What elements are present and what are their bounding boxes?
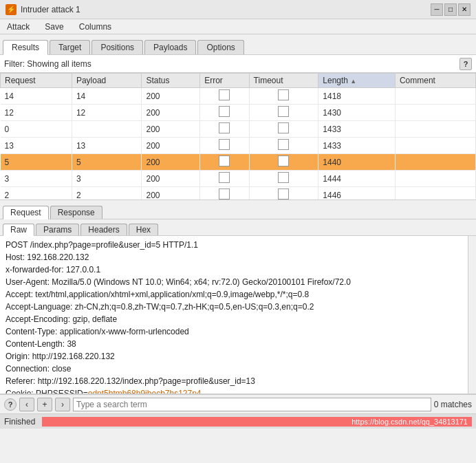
table-row[interactable]: 332001444 [1,171,476,187]
maximize-button[interactable]: □ [444,3,457,16]
results-table: Request Payload Status Error Timeout Len… [0,73,476,200]
request-scrollbar[interactable] [468,236,476,394]
checkbox[interactable] [219,89,230,100]
cell-comment [395,171,475,187]
checkbox[interactable] [278,106,289,117]
cell-payload: 13 [72,138,142,154]
menu-columns[interactable]: Columns [75,21,116,32]
next-button[interactable]: › [55,398,70,411]
req-line-11: Connection: close [6,363,470,375]
cell-request: 5 [1,154,72,171]
table-row[interactable]: 02001433 [1,121,476,138]
cell-request: 2 [1,187,72,201]
inner-tab-headers[interactable]: Headers [80,224,127,235]
checkbox[interactable] [278,89,289,100]
window-title: Intruder attack 1 [21,5,80,14]
req-line-8: Content-Type: application/x-www-form-url… [6,325,470,338]
filter-help-button[interactable]: ? [459,58,472,70]
req-line-12: Referer: http://192.168.220.132/index.ph… [6,375,470,387]
inner-tab-params[interactable]: Params [36,224,79,235]
cell-request: 13 [1,138,72,154]
table-row[interactable]: 13132001433 [1,138,476,154]
window-controls: ─ □ ✕ [431,3,470,16]
cell-request: 3 [1,171,72,187]
req-line-13: Cookie: PHPSESSID=odnt5btmb68h9ibecb7hs1… [6,387,470,394]
cell-status: 200 [142,171,200,187]
title-bar: ⚡ Intruder attack 1 ─ □ ✕ [0,0,476,19]
help-button[interactable]: ? [4,398,17,411]
prev-button[interactable]: ‹ [19,398,34,411]
col-comment[interactable]: Comment [395,74,475,88]
cell-length: 1446 [318,187,396,201]
cell-comment [395,88,475,105]
checkbox[interactable] [278,172,289,183]
cell-length: 1430 [318,105,396,121]
cell-status: 200 [142,88,200,105]
tab-payloads[interactable]: Payloads [144,40,196,54]
tab-options[interactable]: Options [197,40,244,54]
cell-comment [395,138,475,154]
cell-request: 14 [1,88,72,105]
match-count: 0 matches [434,400,472,409]
checkbox[interactable] [219,139,230,150]
cell-status: 200 [142,105,200,121]
inner-tab-hex[interactable]: Hex [129,224,158,235]
checkbox[interactable] [278,122,289,133]
bottom-bar: ? ‹ + › 0 matches [0,394,476,413]
col-timeout[interactable]: Timeout [249,74,318,88]
app-icon: ⚡ [6,4,17,15]
main-tabs: Results Target Positions Payloads Option… [0,34,476,55]
col-error[interactable]: Error [200,74,249,88]
cell-length: 1418 [318,88,396,105]
minimize-button[interactable]: ─ [431,3,443,16]
col-payload[interactable]: Payload [72,74,142,88]
req-line-2: Host: 192.168.220.132 [6,251,470,263]
cell-length: 1433 [318,121,396,138]
checkbox[interactable] [219,189,230,200]
cell-status: 200 [142,121,200,138]
req-line-1: POST /index.php?page=profile&user_id=5 H… [6,239,470,251]
req-line-9: Content-Length: 38 [6,338,470,350]
table-row[interactable]: 552001440 [1,154,476,171]
table-row[interactable]: 12122001430 [1,105,476,121]
inner-tabs: Raw Params Headers Hex [0,219,476,236]
col-request[interactable]: Request [1,74,72,88]
checkbox[interactable] [219,155,230,166]
cell-request: 0 [1,121,72,138]
cell-status: 200 [142,187,200,201]
cell-payload: 2 [72,187,142,201]
status-bar: Finished https://blog.csdn.net/qq_348131… [0,413,476,429]
checkbox[interactable] [219,106,230,117]
tab-response[interactable]: Response [50,206,102,219]
tab-target[interactable]: Target [50,40,90,54]
request-body: POST /index.php?page=profile&user_id=5 H… [0,236,476,394]
cell-payload: 5 [72,154,142,171]
menu-save[interactable]: Save [41,21,67,32]
close-button[interactable]: ✕ [458,3,470,16]
table-row[interactable]: 222001446 [1,187,476,201]
col-length[interactable]: Length ▲ [318,74,396,88]
col-status[interactable]: Status [142,74,200,88]
checkbox[interactable] [278,189,289,200]
tab-results[interactable]: Results [3,40,48,55]
cell-payload [72,121,142,138]
req-line-4: User-Agent: Mozilla/5.0 (Windows NT 10.0… [6,276,470,288]
tab-positions[interactable]: Positions [91,40,143,54]
menu-attack[interactable]: Attack [3,21,34,32]
cell-length: 1433 [318,138,396,154]
checkbox[interactable] [278,155,289,166]
cell-comment [395,105,475,121]
cell-status: 200 [142,138,200,154]
checkbox[interactable] [219,172,230,183]
tab-request[interactable]: Request [3,206,49,219]
checkbox[interactable] [219,122,230,133]
cell-payload: 14 [72,88,142,105]
checkbox[interactable] [278,139,289,150]
search-input[interactable] [73,398,431,411]
req-line-7: Accept-Encoding: gzip, deflate [6,313,470,325]
status-url: https://blog.csdn.net/qq_34813171 [42,417,472,427]
table-row[interactable]: 14142001418 [1,88,476,105]
inner-tab-raw[interactable]: Raw [3,224,34,236]
add-button[interactable]: + [37,398,52,411]
req-line-10: Origin: http://192.168.220.132 [6,350,470,363]
